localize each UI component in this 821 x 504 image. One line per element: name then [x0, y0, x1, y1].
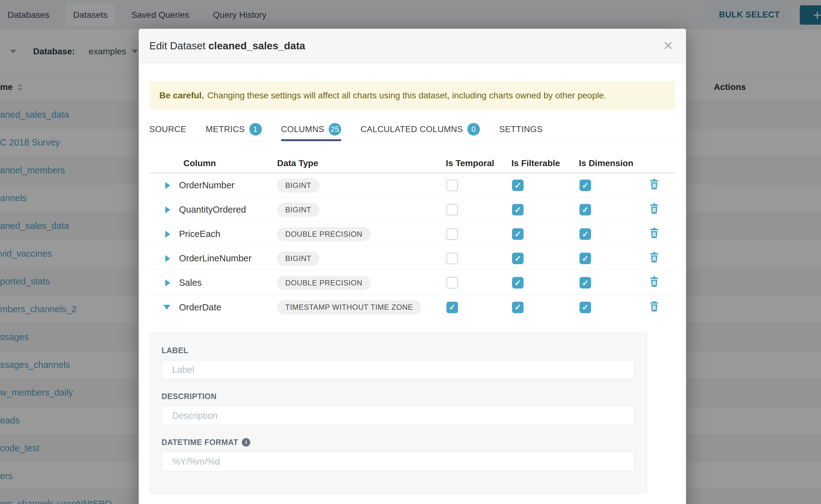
column-header: Column	[179, 158, 277, 168]
is-temporal-cell: ✓	[446, 180, 512, 191]
data-type-cell: BIGINT	[277, 178, 446, 193]
check-icon: ✓	[582, 206, 589, 214]
modal-tab-label: SETTINGS	[499, 125, 543, 134]
is-dimension-checkbox[interactable]: ✓	[580, 204, 591, 215]
modal-tab-label: COLUMNS	[281, 125, 324, 134]
modal-tab[interactable]: METRICS 1	[206, 118, 262, 141]
expand-caret-icon[interactable]	[163, 305, 170, 310]
tab-count-badge: 1	[249, 123, 262, 136]
check-icon: ✓	[449, 303, 456, 311]
modal-tab[interactable]: SOURCE	[149, 118, 186, 141]
modal-title: Edit Dataset cleaned_sales_data	[149, 40, 305, 52]
is-dimension-checkbox[interactable]: ✓	[580, 228, 591, 240]
description-input[interactable]	[161, 406, 635, 425]
data-type-cell: TIMESTAMP WITHOUT TIME ZONE	[277, 300, 446, 314]
column-row: Sales DOUBLE PRECISION ✓ ✓ ✓	[149, 271, 675, 295]
is-dimension-checkbox[interactable]: ✓	[580, 180, 591, 191]
data-type-cell: BIGINT	[277, 251, 446, 266]
data-type-pill: BIGINT	[277, 178, 319, 193]
is-dimension-cell: ✓	[579, 180, 648, 191]
column-name: OrderNumber	[179, 180, 277, 190]
check-icon: ✓	[582, 230, 589, 238]
check-icon: ✓	[582, 181, 589, 190]
description-field: DESCRIPTION	[161, 392, 635, 425]
column-name: QuantityOrdered	[179, 205, 277, 215]
is-temporal-checkbox[interactable]: ✓	[447, 204, 458, 215]
check-icon: ✓	[515, 230, 522, 238]
expand-caret-icon[interactable]	[165, 231, 170, 238]
expand-caret-icon[interactable]	[165, 206, 170, 213]
modal-tab[interactable]: CALCULATED COLUMNS 0	[360, 118, 480, 141]
is-filterable-cell: ✓	[512, 277, 579, 289]
modal-title-prefix: Edit Dataset	[149, 40, 205, 52]
expand-cell	[149, 279, 179, 286]
expand-cell	[149, 255, 179, 262]
delete-cell	[648, 301, 675, 314]
is-temporal-checkbox[interactable]: ✓	[447, 180, 458, 191]
is-temporal-checkbox[interactable]: ✓	[447, 277, 458, 289]
is-temporal-cell: ✓	[446, 228, 512, 240]
delete-cell	[648, 179, 675, 192]
warning-text: Changing these settings will affect all …	[207, 91, 606, 101]
is-filterable-checkbox[interactable]: ✓	[512, 302, 524, 313]
datetime-format-input[interactable]	[161, 452, 635, 471]
is-dimension-checkbox[interactable]: ✓	[580, 302, 591, 313]
label-input[interactable]	[161, 360, 635, 379]
trash-icon[interactable]	[650, 179, 659, 190]
column-detail-panel: LABEL DESCRIPTION DATETIME FORMAT i	[149, 333, 647, 494]
modal-tab-label: SOURCE	[149, 125, 186, 134]
close-icon[interactable]: ×	[664, 37, 673, 53]
modal-tab[interactable]: COLUMNS 25	[281, 118, 341, 141]
is-dimension-checkbox[interactable]: ✓	[580, 277, 591, 289]
data-type-pill: DOUBLE PRECISION	[277, 276, 370, 290]
is-temporal-checkbox[interactable]: ✓	[447, 253, 458, 264]
modal-tab[interactable]: SETTINGS	[499, 118, 543, 141]
is-filterable-checkbox[interactable]: ✓	[512, 277, 524, 289]
is-filterable-header: Is Filterable	[512, 158, 579, 168]
is-filterable-cell: ✓	[512, 302, 579, 313]
expand-caret-icon[interactable]	[165, 182, 170, 189]
is-dimension-cell: ✓	[579, 228, 648, 240]
data-type-cell: DOUBLE PRECISION	[277, 276, 446, 290]
info-icon[interactable]: i	[242, 438, 250, 447]
trash-icon[interactable]	[650, 301, 659, 312]
trash-icon[interactable]	[650, 203, 659, 214]
expand-cell	[149, 231, 179, 238]
is-filterable-cell: ✓	[512, 228, 579, 240]
expand-cell	[149, 305, 179, 310]
datetime-format-field: DATETIME FORMAT i	[161, 438, 635, 471]
is-filterable-checkbox[interactable]: ✓	[512, 228, 524, 240]
is-dimension-cell: ✓	[579, 204, 648, 215]
trash-icon[interactable]	[650, 228, 659, 238]
modal-tabs: SOURCE METRICS 1 COLUMNS 25 CALCULATED C…	[149, 118, 675, 141]
column-row: PriceEach DOUBLE PRECISION ✓ ✓ ✓	[149, 222, 675, 246]
is-filterable-cell: ✓	[512, 180, 579, 191]
check-icon: ✓	[515, 303, 522, 311]
expand-caret-icon[interactable]	[165, 255, 170, 262]
trash-icon[interactable]	[650, 252, 659, 263]
trash-icon[interactable]	[650, 276, 659, 287]
column-row: QuantityOrdered BIGINT ✓ ✓ ✓	[149, 198, 675, 222]
description-field-label: DESCRIPTION	[161, 392, 635, 401]
is-temporal-checkbox[interactable]: ✓	[447, 302, 458, 313]
is-filterable-checkbox[interactable]: ✓	[512, 180, 524, 191]
expand-caret-icon[interactable]	[165, 279, 170, 286]
edit-dataset-modal: Edit Dataset cleaned_sales_data × Be car…	[139, 29, 686, 504]
is-dimension-cell: ✓	[579, 277, 648, 289]
delete-cell	[648, 203, 675, 216]
data-type-pill: DOUBLE PRECISION	[277, 227, 370, 241]
is-dimension-cell: ✓	[579, 302, 648, 313]
column-row: OrderDate TIMESTAMP WITHOUT TIME ZONE ✓ …	[149, 295, 675, 319]
column-row: OrderLineNumber BIGINT ✓ ✓ ✓	[149, 246, 675, 271]
check-icon: ✓	[582, 279, 589, 287]
data-type-pill: TIMESTAMP WITHOUT TIME ZONE	[277, 300, 421, 314]
is-temporal-cell: ✓	[446, 253, 512, 264]
is-temporal-checkbox[interactable]: ✓	[447, 228, 458, 240]
data-type-header: Data Type	[277, 158, 446, 168]
modal-tab-label: METRICS	[206, 125, 245, 134]
expand-cell	[149, 206, 179, 213]
is-filterable-checkbox[interactable]: ✓	[512, 253, 524, 264]
is-filterable-checkbox[interactable]: ✓	[512, 204, 524, 215]
is-dimension-header: Is Dimension	[579, 158, 648, 168]
is-dimension-checkbox[interactable]: ✓	[580, 253, 591, 264]
